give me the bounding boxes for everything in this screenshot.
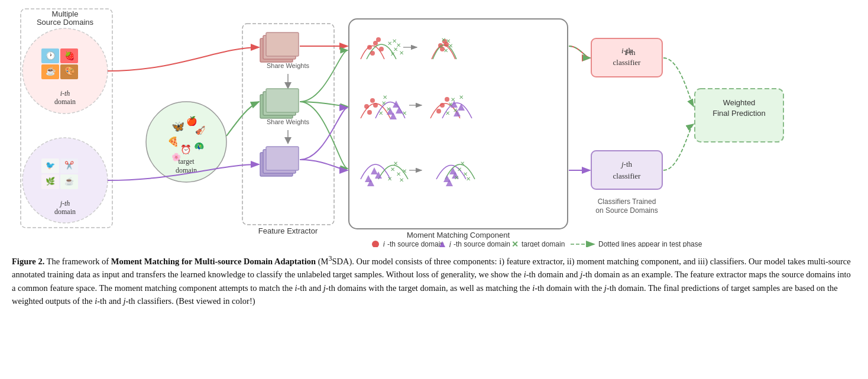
svg-text:🦚: 🦚 xyxy=(194,141,205,151)
svg-text:✕: ✕ xyxy=(396,42,401,48)
svg-text:✕: ✕ xyxy=(383,94,387,101)
svg-text:classifier: classifier xyxy=(613,58,642,67)
svg-point-54 xyxy=(370,51,375,56)
svg-text:✕: ✕ xyxy=(387,176,392,182)
svg-text:i: i xyxy=(383,240,385,247)
svg-text:-th source domain: -th source domain xyxy=(454,240,510,247)
svg-text:✕: ✕ xyxy=(453,107,458,114)
svg-text:✕: ✕ xyxy=(393,160,398,167)
svg-text:target domain: target domain xyxy=(522,240,565,247)
svg-text:✕: ✕ xyxy=(441,37,446,43)
svg-text:✕: ✕ xyxy=(402,168,407,174)
svg-text:✕: ✕ xyxy=(466,176,471,182)
svg-text:Source Domains: Source Domains xyxy=(37,18,94,27)
svg-text:✕: ✕ xyxy=(399,50,404,56)
svg-text:Final Prediction: Final Prediction xyxy=(712,109,766,118)
svg-point-73 xyxy=(370,98,375,103)
svg-marker-98 xyxy=(371,167,378,174)
svg-text:Dotted lines appear in test ph: Dotted lines appear in test phase xyxy=(598,240,702,247)
svg-text:j-th: j-th xyxy=(59,199,70,208)
svg-text:on Source Domains: on Source Domains xyxy=(595,206,658,215)
svg-text:✕: ✕ xyxy=(454,174,459,181)
main-container: Multiple Source Domains 🕐 🍓 ☕ 🎨 i-th dom… xyxy=(0,0,868,314)
svg-text:✕: ✕ xyxy=(445,110,450,116)
figure-label: Figure 2. xyxy=(12,257,44,266)
svg-text:☕: ☕ xyxy=(46,66,56,76)
svg-text:✕: ✕ xyxy=(439,43,443,50)
svg-text:i-th: i-th xyxy=(60,89,70,98)
svg-text:j-th: j-th xyxy=(620,160,633,169)
svg-text:Moment Matching Component: Moment Matching Component xyxy=(407,231,510,239)
svg-text:domain: domain xyxy=(54,98,76,106)
caption-text: The framework of xyxy=(47,257,111,266)
svg-text:✕: ✕ xyxy=(399,177,404,183)
svg-text:✕: ✕ xyxy=(378,110,383,116)
svg-text:domain: domain xyxy=(54,208,76,216)
svg-point-75 xyxy=(373,103,378,108)
svg-text:i-th: i-th xyxy=(621,46,633,55)
svg-text:✕: ✕ xyxy=(459,94,464,101)
svg-text:target: target xyxy=(178,157,195,166)
svg-rect-123 xyxy=(591,151,662,189)
svg-point-53 xyxy=(379,47,384,51)
svg-text:✕: ✕ xyxy=(390,166,395,173)
svg-text:Share Weights: Share Weights xyxy=(267,118,309,125)
svg-point-88 xyxy=(436,109,441,114)
svg-text:🍎: 🍎 xyxy=(186,116,197,127)
svg-text:✕: ✕ xyxy=(457,166,462,173)
svg-rect-48 xyxy=(266,147,299,170)
svg-text:✕: ✕ xyxy=(386,106,391,112)
svg-text:✕: ✕ xyxy=(443,47,448,54)
svg-point-51 xyxy=(367,45,372,50)
svg-rect-43 xyxy=(266,89,299,112)
svg-text:✕: ✕ xyxy=(451,96,455,103)
svg-text:🎻: 🎻 xyxy=(195,125,206,135)
svg-marker-78 xyxy=(393,101,400,108)
svg-point-74 xyxy=(367,110,372,115)
svg-text:🕐: 🕐 xyxy=(46,51,56,61)
caption-bold: Moment Matching for Multi-source Domain … xyxy=(111,257,316,266)
svg-text:✕: ✕ xyxy=(402,110,407,116)
svg-text:✂️: ✂️ xyxy=(64,160,75,170)
svg-text:Classifiers Trained: Classifiers Trained xyxy=(598,197,656,206)
source-domains-title: Multiple xyxy=(52,9,79,18)
svg-text:🍓: 🍓 xyxy=(64,51,75,61)
svg-text:🎨: 🎨 xyxy=(64,66,75,76)
svg-text:Weighted: Weighted xyxy=(723,98,756,107)
diagram-area: Multiple Source Domains 🕐 🍓 ☕ 🎨 i-th dom… xyxy=(12,6,856,248)
svg-text:classifier: classifier xyxy=(613,171,642,180)
svg-rect-38 xyxy=(266,33,299,56)
caption-area: Figure 2. The framework of Moment Matchi… xyxy=(12,253,851,308)
svg-text:-th source domain: -th source domain xyxy=(387,240,444,247)
svg-text:✕: ✕ xyxy=(381,100,386,106)
svg-marker-90 xyxy=(458,103,465,111)
svg-text:⏰: ⏰ xyxy=(180,144,192,155)
svg-point-72 xyxy=(364,104,369,109)
svg-text:🐦: 🐦 xyxy=(46,160,56,170)
svg-text:Share Weights: Share Weights xyxy=(267,62,309,69)
svg-text:🦋: 🦋 xyxy=(171,120,185,133)
svg-point-86 xyxy=(440,103,445,108)
svg-text:j: j xyxy=(448,240,451,247)
svg-text:🍕: 🍕 xyxy=(167,136,179,147)
svg-text:✕: ✕ xyxy=(392,38,397,44)
svg-text:✕: ✕ xyxy=(446,38,451,44)
svg-text:☕: ☕ xyxy=(64,176,75,186)
diagram-svg: Multiple Source Domains 🕐 🍓 ☕ 🎨 i-th dom… xyxy=(12,6,856,247)
svg-text:✕: ✕ xyxy=(390,51,395,57)
svg-text:Feature Extractor: Feature Extractor xyxy=(258,226,318,235)
svg-text:🌿: 🌿 xyxy=(46,176,56,186)
svg-text:✕: ✕ xyxy=(511,240,519,247)
svg-text:✕: ✕ xyxy=(460,160,465,167)
svg-point-55 xyxy=(376,37,381,42)
svg-point-131 xyxy=(372,241,379,247)
svg-text:✕: ✕ xyxy=(387,40,392,47)
